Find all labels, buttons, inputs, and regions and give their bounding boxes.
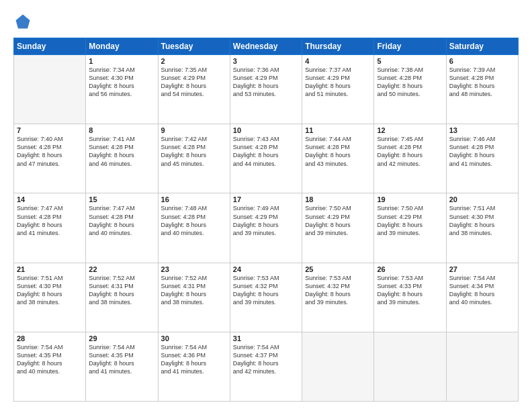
day-number: 14 [17,195,83,203]
day-info: Sunrise: 7:54 AM Sunset: 4:37 PM Dayligh… [233,343,299,376]
day-info: Sunrise: 7:44 AM Sunset: 4:28 PM Dayligh… [305,135,371,168]
day-number: 6 [449,57,515,65]
calendar-cell: 7Sunrise: 7:40 AM Sunset: 4:28 PM Daylig… [14,124,86,193]
day-info: Sunrise: 7:34 AM Sunset: 4:30 PM Dayligh… [89,66,154,99]
day-info: Sunrise: 7:52 AM Sunset: 4:31 PM Dayligh… [89,274,154,307]
day-number: 3 [233,57,299,65]
day-info: Sunrise: 7:43 AM Sunset: 4:28 PM Dayligh… [233,135,299,168]
day-info: Sunrise: 7:46 AM Sunset: 4:28 PM Dayligh… [449,135,515,168]
day-info: Sunrise: 7:47 AM Sunset: 4:28 PM Dayligh… [89,204,154,237]
day-number: 25 [305,265,371,273]
calendar-cell: 15Sunrise: 7:47 AM Sunset: 4:28 PM Dayli… [86,193,158,263]
calendar-cell: 18Sunrise: 7:50 AM Sunset: 4:29 PM Dayli… [302,193,374,263]
calendar-cell: 21Sunrise: 7:51 AM Sunset: 4:30 PM Dayli… [14,263,86,332]
day-info: Sunrise: 7:50 AM Sunset: 4:29 PM Dayligh… [377,204,443,237]
calendar-week-4: 28Sunrise: 7:54 AM Sunset: 4:35 PM Dayli… [14,332,519,401]
day-number: 17 [233,195,299,203]
day-number: 30 [161,334,227,342]
calendar-cell: 31Sunrise: 7:54 AM Sunset: 4:37 PM Dayli… [230,332,302,401]
day-number: 12 [377,126,443,134]
svg-marker-0 [16,15,30,29]
day-info: Sunrise: 7:47 AM Sunset: 4:28 PM Dayligh… [17,204,83,237]
calendar-cell: 22Sunrise: 7:52 AM Sunset: 4:31 PM Dayli… [86,263,158,332]
day-number: 26 [377,265,443,273]
calendar-cell: 4Sunrise: 7:37 AM Sunset: 4:29 PM Daylig… [302,55,374,124]
calendar-cell: 25Sunrise: 7:53 AM Sunset: 4:32 PM Dayli… [302,263,374,332]
calendar-cell: 2Sunrise: 7:35 AM Sunset: 4:29 PM Daylig… [158,55,230,124]
day-info: Sunrise: 7:37 AM Sunset: 4:29 PM Dayligh… [305,66,371,99]
calendar-cell: 13Sunrise: 7:46 AM Sunset: 4:28 PM Dayli… [446,124,518,193]
calendar-cell: 3Sunrise: 7:36 AM Sunset: 4:29 PM Daylig… [230,55,302,124]
calendar-cell: 14Sunrise: 7:47 AM Sunset: 4:28 PM Dayli… [14,193,86,263]
day-info: Sunrise: 7:45 AM Sunset: 4:28 PM Dayligh… [377,135,443,168]
day-number: 21 [17,265,83,273]
calendar-week-0: 1Sunrise: 7:34 AM Sunset: 4:30 PM Daylig… [14,55,519,124]
day-info: Sunrise: 7:53 AM Sunset: 4:33 PM Dayligh… [377,274,443,307]
calendar-week-2: 14Sunrise: 7:47 AM Sunset: 4:28 PM Dayli… [14,193,519,263]
calendar-cell: 1Sunrise: 7:34 AM Sunset: 4:30 PM Daylig… [86,55,158,124]
weekday-tuesday: Tuesday [158,38,230,55]
calendar-cell: 20Sunrise: 7:51 AM Sunset: 4:30 PM Dayli… [446,193,518,263]
day-number: 16 [161,195,227,203]
calendar-cell [14,55,86,124]
calendar-cell: 16Sunrise: 7:48 AM Sunset: 4:28 PM Dayli… [158,193,230,263]
day-info: Sunrise: 7:53 AM Sunset: 4:32 PM Dayligh… [233,274,299,307]
day-number: 20 [449,195,515,203]
calendar-cell: 6Sunrise: 7:39 AM Sunset: 4:28 PM Daylig… [446,55,518,124]
day-info: Sunrise: 7:36 AM Sunset: 4:29 PM Dayligh… [233,66,299,99]
day-info: Sunrise: 7:51 AM Sunset: 4:30 PM Dayligh… [17,274,83,307]
calendar-cell: 8Sunrise: 7:41 AM Sunset: 4:28 PM Daylig… [86,124,158,193]
day-info: Sunrise: 7:35 AM Sunset: 4:29 PM Dayligh… [161,66,227,99]
day-info: Sunrise: 7:54 AM Sunset: 4:34 PM Dayligh… [449,274,515,307]
day-number: 28 [17,334,83,342]
weekday-sunday: Sunday [14,38,86,55]
day-number: 9 [161,126,227,134]
calendar-table: SundayMondayTuesdayWednesdayThursdayFrid… [13,38,519,402]
day-number: 4 [305,57,371,65]
weekday-wednesday: Wednesday [230,38,302,55]
day-number: 29 [89,334,154,342]
weekday-friday: Friday [374,38,446,55]
weekday-monday: Monday [86,38,158,55]
day-number: 1 [89,57,154,65]
calendar-cell: 29Sunrise: 7:54 AM Sunset: 4:35 PM Dayli… [86,332,158,401]
day-number: 24 [233,265,299,273]
calendar-cell: 11Sunrise: 7:44 AM Sunset: 4:28 PM Dayli… [302,124,374,193]
day-info: Sunrise: 7:50 AM Sunset: 4:29 PM Dayligh… [305,204,371,237]
day-info: Sunrise: 7:52 AM Sunset: 4:31 PM Dayligh… [161,274,227,307]
day-number: 15 [89,195,154,203]
calendar-cell: 12Sunrise: 7:45 AM Sunset: 4:28 PM Dayli… [374,124,446,193]
calendar-cell: 28Sunrise: 7:54 AM Sunset: 4:35 PM Dayli… [14,332,86,401]
calendar-cell: 17Sunrise: 7:49 AM Sunset: 4:29 PM Dayli… [230,193,302,263]
day-number: 18 [305,195,371,203]
day-info: Sunrise: 7:40 AM Sunset: 4:28 PM Dayligh… [17,135,83,168]
day-number: 8 [89,126,154,134]
day-info: Sunrise: 7:39 AM Sunset: 4:28 PM Dayligh… [449,66,515,99]
calendar-cell: 30Sunrise: 7:54 AM Sunset: 4:36 PM Dayli… [158,332,230,401]
day-number: 19 [377,195,443,203]
day-number: 13 [449,126,515,134]
day-number: 27 [449,265,515,273]
day-info: Sunrise: 7:42 AM Sunset: 4:28 PM Dayligh… [161,135,227,168]
calendar-cell: 26Sunrise: 7:53 AM Sunset: 4:33 PM Dayli… [374,263,446,332]
calendar-week-1: 7Sunrise: 7:40 AM Sunset: 4:28 PM Daylig… [14,124,519,193]
day-info: Sunrise: 7:49 AM Sunset: 4:29 PM Dayligh… [233,204,299,237]
day-info: Sunrise: 7:53 AM Sunset: 4:32 PM Dayligh… [305,274,371,307]
header [13,12,519,31]
day-number: 22 [89,265,154,273]
day-info: Sunrise: 7:54 AM Sunset: 4:35 PM Dayligh… [89,343,154,376]
calendar-cell: 10Sunrise: 7:43 AM Sunset: 4:28 PM Dayli… [230,124,302,193]
day-number: 11 [305,126,371,134]
day-info: Sunrise: 7:54 AM Sunset: 4:36 PM Dayligh… [161,343,227,376]
day-info: Sunrise: 7:41 AM Sunset: 4:28 PM Dayligh… [89,135,154,168]
day-number: 23 [161,265,227,273]
calendar-cell: 5Sunrise: 7:38 AM Sunset: 4:28 PM Daylig… [374,55,446,124]
calendar-cell: 9Sunrise: 7:42 AM Sunset: 4:28 PM Daylig… [158,124,230,193]
logo [13,12,35,31]
calendar-cell [374,332,446,401]
calendar-cell [446,332,518,401]
weekday-header-row: SundayMondayTuesdayWednesdayThursdayFrid… [14,38,519,55]
day-number: 31 [233,334,299,342]
weekday-thursday: Thursday [302,38,374,55]
day-info: Sunrise: 7:38 AM Sunset: 4:28 PM Dayligh… [377,66,443,99]
